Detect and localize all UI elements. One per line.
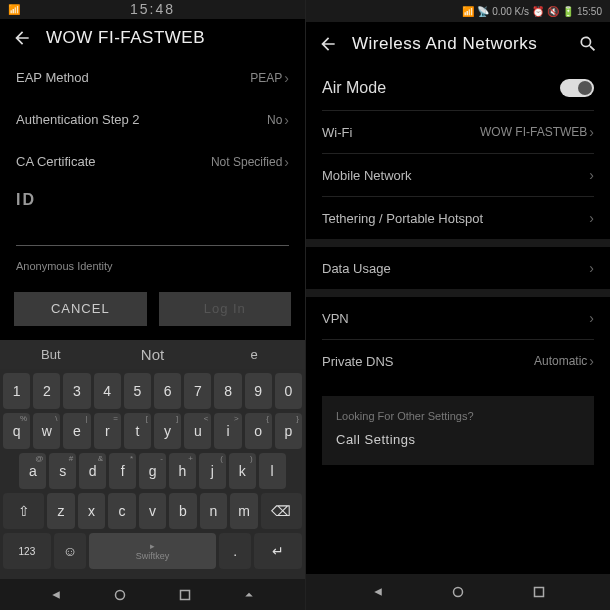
- svg-rect-3: [534, 588, 543, 597]
- signal-icon: 📶: [8, 4, 20, 15]
- key-z[interactable]: z: [47, 493, 75, 529]
- key-4[interactable]: 4: [94, 373, 121, 409]
- emoji-key[interactable]: ☺: [54, 533, 86, 569]
- key-a[interactable]: a@: [19, 453, 46, 489]
- key-g[interactable]: g-: [139, 453, 166, 489]
- label: Authentication Step 2: [16, 112, 140, 127]
- id-label: ID: [16, 191, 289, 209]
- anonymous-identity[interactable]: Anonymous Identity: [0, 250, 305, 282]
- cancel-button[interactable]: CANCEL: [14, 292, 147, 326]
- call-settings-link[interactable]: Call Settings: [336, 432, 580, 447]
- key-3[interactable]: 3: [63, 373, 90, 409]
- row-eap[interactable]: EAP Method PEAP›: [0, 57, 305, 99]
- search-icon[interactable]: [578, 34, 598, 54]
- row-ca[interactable]: CA Certificate Not Specified›: [0, 141, 305, 183]
- chevron-right-icon: ›: [589, 210, 594, 226]
- key-0[interactable]: 0: [275, 373, 302, 409]
- other-settings-box[interactable]: Looking For Other Settings? Call Setting…: [322, 396, 594, 465]
- chevron-right-icon: ›: [284, 70, 289, 86]
- key-s[interactable]: s#: [49, 453, 76, 489]
- row-auth[interactable]: Authentication Step 2 No›: [0, 99, 305, 141]
- key-q[interactable]: q%: [3, 413, 30, 449]
- key-n[interactable]: n: [200, 493, 228, 529]
- nav-home-icon[interactable]: [111, 586, 129, 604]
- row-mobile[interactable]: Mobile Network ›: [306, 154, 610, 196]
- key-t[interactable]: t[: [124, 413, 151, 449]
- nav-back-icon[interactable]: [47, 586, 65, 604]
- key-m[interactable]: m: [230, 493, 258, 529]
- chevron-right-icon: ›: [284, 154, 289, 170]
- key-i[interactable]: i>: [214, 413, 241, 449]
- row-private-dns[interactable]: Private DNS Automatic›: [306, 340, 610, 382]
- key-8[interactable]: 8: [214, 373, 241, 409]
- svg-point-0: [116, 590, 125, 599]
- key-e[interactable]: e|: [63, 413, 90, 449]
- wifi-icon: 📡: [477, 6, 489, 17]
- header: WOW FI-FASTWEB: [0, 19, 305, 57]
- key-f[interactable]: f*: [109, 453, 136, 489]
- clock: 15:48: [130, 1, 175, 17]
- key-7[interactable]: 7: [184, 373, 211, 409]
- enter-key[interactable]: ↵: [254, 533, 302, 569]
- key-o[interactable]: o{: [245, 413, 272, 449]
- key-l[interactable]: l: [259, 453, 286, 489]
- key-1[interactable]: 1: [3, 373, 30, 409]
- label: Private DNS: [322, 354, 394, 369]
- row-tether[interactable]: Tethering / Portable Hotspot ›: [306, 197, 610, 239]
- period-key[interactable]: .: [219, 533, 251, 569]
- id-field[interactable]: ID: [0, 183, 305, 250]
- nav-home-icon[interactable]: [449, 583, 467, 601]
- value: WOW FI-FASTWEB: [480, 125, 587, 139]
- key-j[interactable]: j(: [199, 453, 226, 489]
- row-air-mode[interactable]: Air Mode: [306, 66, 610, 110]
- back-icon[interactable]: [12, 28, 32, 48]
- key-2[interactable]: 2: [33, 373, 60, 409]
- page-title: Wireless And Networks: [352, 34, 564, 54]
- key-5[interactable]: 5: [124, 373, 151, 409]
- label: Tethering / Portable Hotspot: [322, 211, 483, 226]
- key-h[interactable]: h+: [169, 453, 196, 489]
- suggestion[interactable]: Not: [102, 346, 204, 363]
- battery-icon: 🔋: [562, 6, 574, 17]
- nav-recent-icon[interactable]: [176, 586, 194, 604]
- alarm-icon: ⏰: [532, 6, 544, 17]
- row-wifi[interactable]: Wi-Fi WOW FI-FASTWEB›: [306, 111, 610, 153]
- key-r[interactable]: r=: [94, 413, 121, 449]
- nav-back-icon[interactable]: [369, 583, 387, 601]
- key-p[interactable]: p}: [275, 413, 302, 449]
- back-icon[interactable]: [318, 34, 338, 54]
- label: CA Certificate: [16, 154, 95, 169]
- label: EAP Method: [16, 70, 89, 85]
- row-data-usage[interactable]: Data Usage ›: [306, 247, 610, 289]
- suggestion[interactable]: But: [0, 347, 102, 362]
- numbers-key[interactable]: 123: [3, 533, 51, 569]
- space-key[interactable]: ▸Swiftkey: [89, 533, 217, 569]
- nav-recent-icon[interactable]: [530, 583, 548, 601]
- key-u[interactable]: u<: [184, 413, 211, 449]
- key-d[interactable]: d&: [79, 453, 106, 489]
- keyboard-suggestions[interactable]: But Not e: [0, 340, 305, 369]
- header: Wireless And Networks: [306, 22, 610, 66]
- air-mode-toggle[interactable]: [560, 79, 594, 97]
- key-c[interactable]: c: [108, 493, 136, 529]
- suggestion[interactable]: e: [203, 347, 305, 362]
- row-vpn[interactable]: VPN ›: [306, 297, 610, 339]
- key-v[interactable]: v: [139, 493, 167, 529]
- key-b[interactable]: b: [169, 493, 197, 529]
- chevron-right-icon: ›: [589, 124, 594, 140]
- value: PEAP: [250, 71, 282, 85]
- input-underline: [16, 245, 289, 246]
- shift-key[interactable]: ⇧: [3, 493, 44, 529]
- key-w[interactable]: w\: [33, 413, 60, 449]
- key-x[interactable]: x: [78, 493, 106, 529]
- key-y[interactable]: y]: [154, 413, 181, 449]
- svg-point-2: [454, 588, 463, 597]
- key-9[interactable]: 9: [245, 373, 272, 409]
- nav-bar: [0, 579, 305, 610]
- key-k[interactable]: k): [229, 453, 256, 489]
- key-6[interactable]: 6: [154, 373, 181, 409]
- page-title: WOW FI-FASTWEB: [46, 28, 293, 48]
- backspace-key[interactable]: ⌫: [261, 493, 302, 529]
- nav-keyboard-icon[interactable]: [240, 586, 258, 604]
- login-button[interactable]: Log In: [159, 292, 292, 326]
